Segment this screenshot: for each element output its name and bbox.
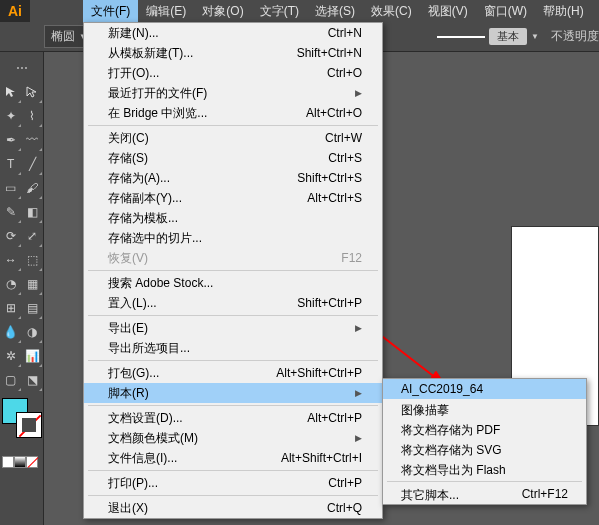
menu-select[interactable]: 选择(S)	[307, 0, 363, 22]
file-menu-item[interactable]: 在 Bridge 中浏览...Alt+Ctrl+O	[84, 103, 382, 123]
file-menu-item[interactable]: 存储副本(Y)...Alt+Ctrl+S	[84, 188, 382, 208]
shape-dropdown-label: 椭圆	[51, 28, 75, 45]
mesh-tool[interactable]: ⊞	[0, 296, 22, 320]
menu-window[interactable]: 窗口(W)	[476, 0, 535, 22]
shaper-tool[interactable]: ✎	[0, 200, 22, 224]
stroke-color[interactable]	[16, 412, 42, 438]
submenu-item-label: AI_CC2019_64	[401, 382, 483, 396]
menu-item-shortcut: Shift+Ctrl+S	[297, 171, 362, 185]
brush-tool[interactable]: 🖌	[22, 176, 44, 200]
menu-item-label: 打开(O)...	[108, 65, 159, 82]
menu-object[interactable]: 对象(O)	[194, 0, 251, 22]
file-menu-item[interactable]: 恢复(V)F12	[84, 248, 382, 268]
magic-wand-tool[interactable]: ✦	[0, 104, 22, 128]
menu-item-label: 导出所选项目...	[108, 340, 190, 357]
file-menu-item[interactable]: 搜索 Adobe Stock...	[84, 273, 382, 293]
blend-tool[interactable]: ◑	[22, 320, 44, 344]
submenu-item[interactable]: 图像描摹	[383, 399, 586, 419]
stroke-preview[interactable]	[437, 36, 485, 38]
menu-edit[interactable]: 编辑(E)	[138, 0, 194, 22]
submenu-item[interactable]: AI_CC2019_64	[383, 379, 586, 399]
menu-item-label: 文档设置(D)...	[108, 410, 183, 427]
menu-item-shortcut: Ctrl+Q	[327, 501, 362, 515]
file-menu-item[interactable]: 存储为模板...	[84, 208, 382, 228]
file-menu-item[interactable]: 打开(O)...Ctrl+O	[84, 63, 382, 83]
type-tool[interactable]: T	[0, 152, 22, 176]
submenu-item-label: 其它脚本...	[401, 487, 459, 501]
selection-tool[interactable]	[0, 80, 22, 104]
graph-tool[interactable]: 📊	[22, 344, 44, 368]
eyedropper-tool[interactable]: 💧	[0, 320, 22, 344]
opacity-label: 不透明度	[551, 28, 599, 45]
line-tool[interactable]: ╱	[22, 152, 44, 176]
symbol-sprayer-tool[interactable]: ✲	[0, 344, 22, 368]
free-transform-tool[interactable]: ⬚	[22, 248, 44, 272]
shape-builder-tool[interactable]: ◔	[0, 272, 22, 296]
menu-item-label: 导出(E)	[108, 320, 148, 337]
width-tool[interactable]: ↔	[0, 248, 22, 272]
fill-stroke-swatch[interactable]	[0, 398, 44, 442]
file-menu-item[interactable]: 存储(S)Ctrl+S	[84, 148, 382, 168]
menu-type[interactable]: 文字(T)	[252, 0, 307, 22]
file-menu-item[interactable]: 存储选中的切片...	[84, 228, 382, 248]
menu-separator	[88, 405, 378, 406]
submenu-arrow-icon: ▶	[355, 323, 362, 333]
submenu-item[interactable]: 其它脚本...Ctrl+F12	[383, 484, 586, 504]
gradient-tool[interactable]: ▤	[22, 296, 44, 320]
rotate-tool[interactable]: ⟳	[0, 224, 22, 248]
menu-item-shortcut: Alt+Ctrl+P	[307, 411, 362, 425]
perspective-tool[interactable]: ▦	[22, 272, 44, 296]
pen-tool[interactable]: ✒	[0, 128, 22, 152]
file-menu-item[interactable]: 文件信息(I)...Alt+Shift+Ctrl+I	[84, 448, 382, 468]
menu-item-shortcut: Alt+Shift+Ctrl+P	[276, 366, 362, 380]
menu-effect[interactable]: 效果(C)	[363, 0, 420, 22]
app-icon: Ai	[0, 0, 30, 22]
scale-tool[interactable]: ⤢	[22, 224, 44, 248]
file-menu-item[interactable]: 导出(E)▶	[84, 318, 382, 338]
menu-item-label: 存储选中的切片...	[108, 230, 202, 247]
file-menu-item[interactable]: 文档设置(D)...Alt+Ctrl+P	[84, 408, 382, 428]
menu-item-label: 置入(L)...	[108, 295, 157, 312]
menu-separator	[88, 495, 378, 496]
file-menu-item[interactable]: 最近打开的文件(F)▶	[84, 83, 382, 103]
file-menu-item[interactable]: 脚本(R)▶	[84, 383, 382, 403]
submenu-item-label: 将文档存储为 SVG	[401, 442, 502, 456]
menu-file[interactable]: 文件(F)	[83, 0, 138, 22]
submenu-item-label: 将文档导出为 Flash	[401, 462, 506, 476]
submenu-item[interactable]: 将文档存储为 PDF	[383, 419, 586, 439]
menu-separator	[88, 360, 378, 361]
direct-selection-tool[interactable]	[22, 80, 44, 104]
file-menu-item[interactable]: 关闭(C)Ctrl+W	[84, 128, 382, 148]
rectangle-tool[interactable]: ▭	[0, 176, 22, 200]
artboard-tool[interactable]: ▢	[0, 368, 22, 392]
menu-item-label: 文档颜色模式(M)	[108, 430, 198, 447]
color-mode-swatches[interactable]	[2, 456, 43, 468]
lasso-tool[interactable]: ⌇	[22, 104, 44, 128]
file-menu-item[interactable]: 新建(N)...Ctrl+N	[84, 23, 382, 43]
menu-item-shortcut: Alt+Ctrl+O	[306, 106, 362, 120]
file-menu-item[interactable]: 导出所选项目...	[84, 338, 382, 358]
toolbox-grip: ⋯	[0, 56, 43, 80]
file-menu-item[interactable]: 打印(P)...Ctrl+P	[84, 473, 382, 493]
slice-tool[interactable]: ⬔	[22, 368, 44, 392]
menu-view[interactable]: 视图(V)	[420, 0, 476, 22]
menu-separator	[387, 481, 582, 482]
style-label: 基本	[489, 28, 527, 45]
menu-item-shortcut: Ctrl+P	[328, 476, 362, 490]
file-menu-item[interactable]: 打包(G)...Alt+Shift+Ctrl+P	[84, 363, 382, 383]
file-menu-item[interactable]: 置入(L)...Shift+Ctrl+P	[84, 293, 382, 313]
submenu-item[interactable]: 将文档存储为 SVG	[383, 439, 586, 459]
eraser-tool[interactable]: ◧	[22, 200, 44, 224]
scripts-submenu: AI_CC2019_64图像描摹将文档存储为 PDF将文档存储为 SVG将文档导…	[382, 378, 587, 505]
file-menu-item[interactable]: 退出(X)Ctrl+Q	[84, 498, 382, 518]
menu-item-label: 搜索 Adobe Stock...	[108, 275, 213, 292]
menu-item-label: 退出(X)	[108, 500, 148, 517]
menu-item-label: 存储为(A)...	[108, 170, 170, 187]
file-menu-item[interactable]: 文档颜色模式(M)▶	[84, 428, 382, 448]
submenu-item[interactable]: 将文档导出为 Flash	[383, 459, 586, 479]
file-menu-item[interactable]: 从模板新建(T)...Shift+Ctrl+N	[84, 43, 382, 63]
menu-help[interactable]: 帮助(H)	[535, 0, 592, 22]
menu-item-label: 脚本(R)	[108, 385, 149, 402]
file-menu-item[interactable]: 存储为(A)...Shift+Ctrl+S	[84, 168, 382, 188]
curvature-tool[interactable]: 〰	[22, 128, 44, 152]
